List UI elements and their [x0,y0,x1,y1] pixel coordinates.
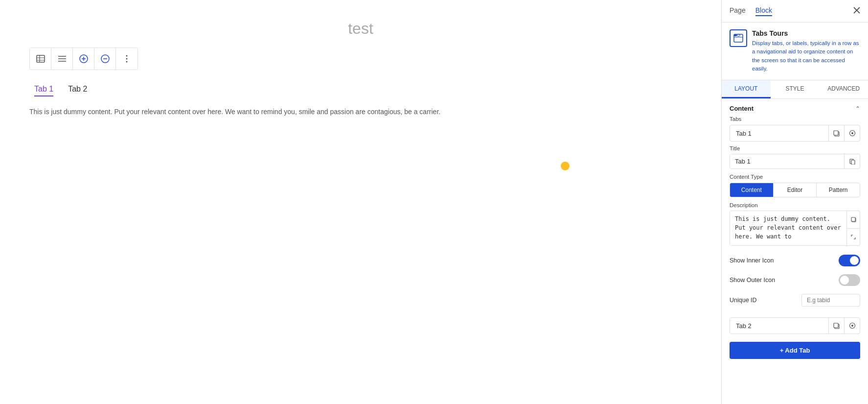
show-outer-icon-row: Show Outer Icon [722,270,868,290]
show-inner-icon-row: Show Inner Icon [722,251,868,270]
tab2-row: Tab 2 [730,317,860,334]
panel-tabs: Page Block [730,6,772,16]
layout-tabs: LAYOUT STYLE ADVANCED [722,80,868,99]
ct-editor-btn[interactable]: Editor [774,183,817,197]
tab2-copy-btn[interactable] [828,318,844,333]
block-info: Tabs Tours Display tabs, or labels, typi… [722,23,868,80]
svg-rect-22 [834,131,838,135]
layout-tab-layout[interactable]: LAYOUT [722,80,771,98]
block-toolbar [29,48,138,70]
cursor-indicator [561,162,570,170]
add-tab-button[interactable]: + Add Tab [730,342,860,359]
tab-item-2[interactable]: Tab 2 [68,85,87,96]
svg-point-32 [851,325,853,327]
unique-id-input[interactable] [801,294,860,307]
title-input-wrapper [730,154,860,169]
title-label: Title [730,145,860,151]
panel-tab-page[interactable]: Page [730,6,746,16]
show-inner-icon-toggle[interactable] [839,255,860,266]
content-section-header: Content ⌃ [722,99,868,116]
description-textarea[interactable]: This is just dummy content. Put your rel… [730,211,846,245]
svg-point-12 [126,55,128,57]
desc-expand-btn[interactable] [847,229,860,246]
svg-rect-18 [734,34,737,36]
toolbar-remove-btn[interactable] [94,48,116,70]
svg-rect-0 [37,55,45,62]
show-inner-icon-label: Show Inner Icon [730,257,774,264]
svg-point-14 [126,61,128,63]
layout-tab-advanced[interactable]: ADVANCED [819,80,868,98]
panel-header: Page Block [722,0,868,23]
page-title: test [29,20,692,38]
tab2-settings-btn[interactable] [844,318,860,333]
unique-id-row: Unique ID [722,290,868,312]
tab1-copy-btn[interactable] [828,125,844,141]
right-panel: Page Block Tabs Tours Display tabs, or l… [721,0,868,404]
show-outer-icon-label: Show Outer Icon [730,277,775,284]
tabs-field-label: Tabs [722,116,868,125]
svg-point-24 [851,132,853,134]
block-icon [730,29,747,47]
content-type-buttons: Content Editor Pattern [730,183,860,197]
tab2-row-label: Tab 2 [730,318,828,333]
tab1-row-label: Tab 1 [730,126,828,141]
desc-copy-btn[interactable] [847,211,860,229]
title-icon-btn[interactable] [844,154,860,168]
content-type-label: Content Type [730,174,860,180]
tabs-nav: Tab 1 Tab 2 [29,85,692,96]
layout-tab-style[interactable]: STYLE [771,80,820,98]
toolbar-more-btn[interactable] [116,48,137,70]
content-type-section: Content Type Content Editor Pattern [722,174,868,202]
ct-pattern-btn[interactable]: Pattern [817,183,860,197]
chevron-up-icon[interactable]: ⌃ [855,105,860,112]
panel-close-button[interactable] [853,6,860,16]
block-info-text: Tabs Tours Display tabs, or labels, typi… [752,29,860,73]
svg-point-13 [126,58,128,60]
description-label: Description [730,202,860,208]
ct-content-btn[interactable]: Content [730,183,774,197]
title-input[interactable] [730,154,844,168]
content-section-title: Content [730,105,754,112]
block-description: Display tabs, or labels, typically in a … [752,39,860,73]
tab-item-1[interactable]: Tab 1 [34,85,53,96]
title-field-section: Title [722,145,868,174]
tab1-row: Tab 1 [730,125,860,142]
show-outer-icon-toggle[interactable] [839,274,860,286]
description-section: Description This is just dummy content. … [722,202,868,251]
unique-id-label: Unique ID [730,297,757,304]
desc-side-buttons [846,211,860,245]
svg-rect-26 [851,160,855,165]
toolbar-align-btn[interactable] [51,48,73,70]
tab1-settings-btn[interactable] [844,125,860,141]
canvas-area: test [0,0,721,404]
panel-tab-block[interactable]: Block [755,6,772,16]
svg-rect-30 [834,323,838,328]
description-wrapper: This is just dummy content. Put your rel… [730,211,860,246]
toolbar-add-btn[interactable] [73,48,94,70]
toolbar-table-btn[interactable] [30,48,51,70]
block-name: Tabs Tours [752,29,860,37]
tab-content-text: This is just dummy content. Put your rel… [29,106,445,117]
svg-rect-28 [851,217,855,221]
